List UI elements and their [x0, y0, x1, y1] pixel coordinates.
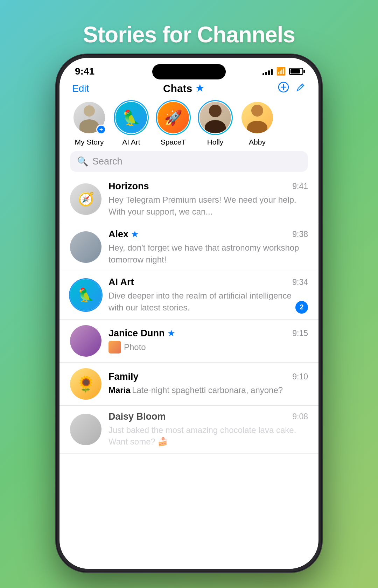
- story-avatar-wrap-abby: [240, 100, 275, 135]
- chat-preview-alex: Hey, don't forget we have that astronomy…: [108, 242, 308, 265]
- chat-content-alex: Alex ★ 9:38 Hey, don't forget we have th…: [108, 229, 308, 265]
- signal-bar-2: [265, 72, 267, 75]
- story-item-mystory[interactable]: + My Story: [70, 100, 108, 146]
- story-label-spacet: SpaceT: [161, 138, 186, 146]
- chat-time-daisy: 9:08: [292, 412, 308, 421]
- chat-avatar-family: 🌻: [70, 368, 102, 400]
- story-label-mystory: My Story: [75, 138, 104, 146]
- chat-item-daisy[interactable]: Daisy Bloom 9:08 Just baked the most ama…: [59, 406, 318, 454]
- chat-header-family: Family 9:10: [108, 371, 308, 382]
- chat-avatar-janice: [70, 325, 102, 357]
- chat-header-daisy: Daisy Bloom 9:08: [108, 411, 308, 422]
- nav-bar: Edit Chats ★: [59, 79, 318, 100]
- janice-photo-preview: Photo: [108, 341, 308, 354]
- chat-preview-janice: Photo: [124, 341, 146, 353]
- chat-avatar-alex: [70, 231, 102, 263]
- chat-header-horizons: Horizons 9:41: [108, 181, 308, 192]
- chat-name-horizons: Horizons: [108, 181, 149, 192]
- chat-header-alex: Alex ★ 9:38: [108, 229, 308, 240]
- story-avatar-wrap-holly: [198, 100, 233, 135]
- story-avatar-abby: [241, 102, 273, 133]
- janice-star-icon: ★: [168, 329, 175, 338]
- story-item-aiart[interactable]: 🦜 AI Art: [112, 100, 150, 146]
- chat-content-family: Family 9:10 Maria Late-night spaghetti c…: [108, 371, 308, 396]
- wifi-icon: 📶: [276, 67, 286, 76]
- phone-outer: 9:41 📶 Edit: [56, 54, 322, 572]
- story-avatar-aiart: 🦜: [115, 102, 147, 133]
- chat-name-family: Family: [108, 371, 139, 382]
- page-title: Stories for Channels: [83, 22, 295, 48]
- chat-list: 🧭 Horizons 9:41 Hey Telegram Premium use…: [59, 175, 318, 454]
- unread-badge-aiart: 2: [295, 301, 308, 314]
- chat-content-daisy: Daisy Bloom 9:08 Just baked the most ama…: [108, 411, 308, 448]
- chat-name-janice: Janice Dunn ★: [108, 328, 175, 339]
- chat-avatar-daisy: [70, 414, 102, 445]
- chat-time-alex: 9:38: [292, 230, 308, 239]
- phone-frame: 9:41 📶 Edit: [56, 54, 322, 572]
- janice-photo-thumb: [108, 341, 121, 354]
- chat-preview-family: Late-night spaghetti carbonara, anyone?: [132, 385, 283, 395]
- alex-star-icon: ★: [131, 230, 138, 239]
- battery-fill: [290, 69, 300, 74]
- chat-item-aiart[interactable]: 🦜 AI Art 9:34 Dive deeper into the realm…: [59, 271, 318, 319]
- search-icon: 🔍: [77, 156, 88, 167]
- story-ring-spacet: 🚀: [156, 100, 191, 135]
- chat-content-janice: Janice Dunn ★ 9:15 Photo: [108, 328, 308, 354]
- signal-bar-3: [268, 70, 270, 75]
- story-avatar-holly: [200, 102, 231, 133]
- story-label-aiart: AI Art: [122, 138, 140, 146]
- nav-star-icon[interactable]: ★: [196, 83, 204, 94]
- story-plus-mystory: +: [96, 125, 106, 134]
- chat-preview-daisy: Just baked the most amazing chocolate la…: [108, 424, 308, 448]
- svg-line-3: [301, 85, 303, 86]
- chat-avatar-aiart: 🦜: [70, 279, 102, 311]
- battery-icon: [289, 68, 303, 75]
- chat-time-horizons: 9:41: [292, 182, 308, 191]
- story-label-holly: Holly: [207, 138, 224, 146]
- story-item-spacet[interactable]: 🚀 SpaceT: [154, 100, 192, 146]
- compose-button[interactable]: [295, 82, 306, 95]
- dynamic-island: [152, 64, 226, 79]
- signal-bars-icon: [262, 68, 273, 75]
- chat-time-aiart: 9:34: [292, 278, 308, 287]
- chat-time-janice: 9:15: [292, 329, 308, 338]
- chat-preview-aiart: Dive deeper into the realm of artificial…: [108, 290, 293, 313]
- story-avatar-wrap-spacet: 🚀: [156, 100, 191, 135]
- new-chat-button[interactable]: [278, 82, 289, 95]
- search-bar[interactable]: 🔍 Search: [70, 151, 308, 172]
- chat-item-horizons[interactable]: 🧭 Horizons 9:41 Hey Telegram Premium use…: [59, 175, 318, 223]
- status-icons: 📶: [262, 67, 303, 76]
- phone-inner: 9:41 📶 Edit: [59, 58, 318, 569]
- chat-header-aiart: AI Art 9:34: [108, 277, 308, 288]
- story-item-holly[interactable]: Holly: [196, 100, 234, 146]
- chat-item-alex[interactable]: Alex ★ 9:38 Hey, don't forget we have th…: [59, 223, 318, 271]
- story-item-abby[interactable]: Abby: [238, 100, 276, 146]
- chat-content-horizons: Horizons 9:41 Hey Telegram Premium users…: [108, 181, 308, 217]
- story-avatar-spacet: 🚀: [158, 102, 189, 133]
- chat-time-family: 9:10: [292, 372, 308, 382]
- story-label-abby: Abby: [249, 138, 266, 146]
- chat-header-janice: Janice Dunn ★ 9:15: [108, 328, 308, 339]
- status-time: 9:41: [75, 66, 94, 77]
- signal-bar-1: [262, 73, 264, 75]
- chat-name-alex: Alex ★: [108, 229, 138, 240]
- chat-item-family[interactable]: 🌻 Family 9:10 Maria Late-night spaghetti…: [59, 363, 318, 406]
- nav-title: Chats ★: [163, 83, 204, 94]
- edit-button[interactable]: Edit: [72, 83, 89, 94]
- family-sender: Maria: [108, 385, 131, 395]
- status-bar: 9:41 📶: [59, 58, 318, 79]
- stories-row: + My Story 🦜 AI Art: [59, 100, 318, 146]
- chat-name-daisy: Daisy Bloom: [108, 411, 166, 422]
- chat-preview-row-aiart: Dive deeper into the realm of artificial…: [108, 290, 308, 313]
- chat-item-janice[interactable]: Janice Dunn ★ 9:15 Photo: [59, 320, 318, 363]
- story-avatar-wrap-mystory: +: [72, 100, 107, 135]
- chat-avatar-horizons: 🧭: [70, 183, 102, 215]
- chat-content-aiart: AI Art 9:34 Dive deeper into the realm o…: [108, 277, 308, 313]
- nav-actions: [278, 82, 306, 95]
- search-placeholder: Search: [92, 156, 122, 167]
- story-ring-abby: [240, 100, 275, 135]
- nav-title-text: Chats: [163, 83, 192, 94]
- chat-preview-horizons: Hey Telegram Premium users! We need your…: [108, 194, 308, 217]
- signal-bar-4: [271, 69, 273, 75]
- search-bar-wrap: 🔍 Search: [59, 146, 318, 175]
